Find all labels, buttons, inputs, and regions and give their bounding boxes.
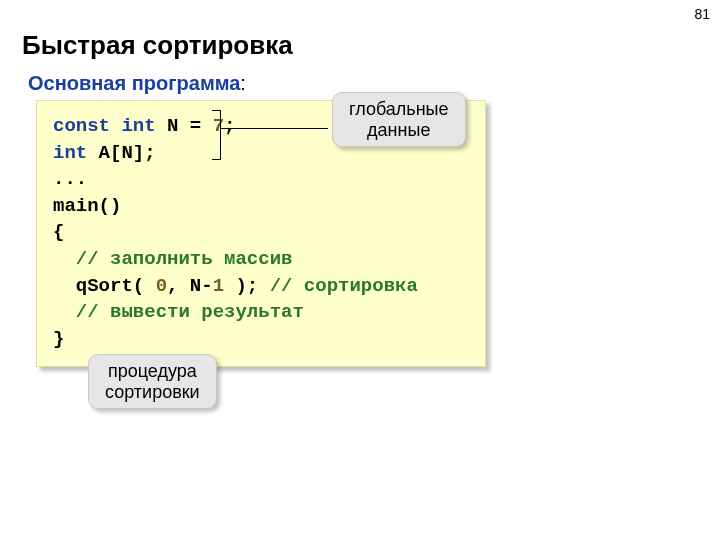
code-l6i <box>53 248 76 270</box>
code-semi: ; <box>224 115 235 137</box>
code-l6c: // заполнить массив <box>76 248 293 270</box>
callout-line: данные <box>367 120 430 140</box>
code-l7z: 0 <box>156 275 167 297</box>
code-l7c: // сортировка <box>270 275 418 297</box>
callout-line: процедура <box>108 361 197 381</box>
code-l7comma: , N- <box>167 275 213 297</box>
subtitle: Основная программа: <box>28 72 246 95</box>
code-const: const <box>53 115 121 137</box>
code-l8c: // вывести результат <box>76 301 304 323</box>
callout-global-data: глобальные данные <box>332 92 466 147</box>
code-eq: = <box>178 115 212 137</box>
pointer-line <box>220 128 328 129</box>
code-l8i <box>53 301 76 323</box>
page-title: Быстрая сортировка <box>22 30 293 61</box>
code-int: int <box>121 115 155 137</box>
subtitle-text: Основная программа <box>28 72 240 94</box>
code-l7one: 1 <box>213 275 224 297</box>
code-l2rest: A[N]; <box>87 142 155 164</box>
code-sp <box>156 115 167 137</box>
callout-line: сортировки <box>105 382 200 402</box>
code-int2: int <box>53 142 87 164</box>
code-l4: main() <box>53 195 121 217</box>
code-l9: } <box>53 328 64 350</box>
code-l3: ... <box>53 168 87 190</box>
page-number: 81 <box>694 6 710 22</box>
code-l7close: ); <box>224 275 270 297</box>
code-N: N <box>167 115 178 137</box>
code-l5: { <box>53 221 64 243</box>
callout-sort-procedure: процедура сортировки <box>88 354 217 409</box>
subtitle-colon: : <box>240 72 246 94</box>
callout-line: глобальные <box>349 99 449 119</box>
code-l7i: qSort( <box>53 275 156 297</box>
bracket-icon <box>212 110 221 160</box>
